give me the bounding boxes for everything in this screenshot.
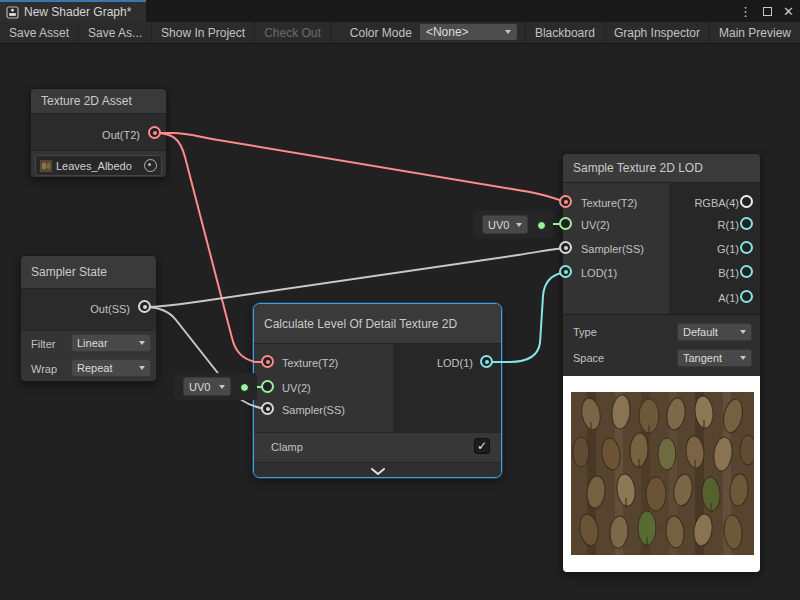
show-in-project-button[interactable]: Show In Project — [152, 22, 255, 43]
port-label-rgba-out: RGBA(4) — [669, 195, 739, 211]
color-mode-dropdown[interactable]: <None> — [420, 24, 517, 40]
type-dropdown[interactable]: Default — [677, 323, 752, 341]
check-out-button: Check Out — [255, 22, 331, 43]
object-picker-icon[interactable] — [144, 159, 157, 172]
collapse-previews-button[interactable] — [254, 462, 501, 478]
color-mode-value: <None> — [426, 25, 469, 39]
type-value: Default — [683, 326, 718, 338]
chevron-down-icon — [740, 356, 746, 360]
uv-channel-dropdown[interactable]: UV0 — [482, 215, 528, 234]
node-texture-2d-asset[interactable]: Texture 2D Asset Out(T2) Leaves_Albedo — [30, 88, 167, 178]
edge-sampler-to-sample[interactable] — [145, 248, 566, 307]
port-calculate-sampler-in[interactable] — [261, 402, 274, 415]
port-label-lod-in: LOD(1) — [581, 265, 617, 281]
node-preview-image — [563, 376, 760, 573]
node-title: Calculate Level Of Detail Texture 2D — [264, 317, 457, 331]
port-label-texture-in: Texture(T2) — [282, 355, 338, 371]
port-sample-a-out[interactable] — [740, 290, 753, 303]
port-label-uv-in: UV(2) — [282, 380, 311, 396]
port-calculate-lod-out[interactable] — [480, 355, 493, 368]
tab-new-shader-graph[interactable]: New Shader Graph* — [0, 0, 146, 22]
port-sample-b-out[interactable] — [740, 265, 753, 278]
port-sample-sampler-in[interactable] — [559, 241, 572, 254]
shader-graph-asset-icon — [6, 6, 19, 19]
port-label-sampler-in: Sampler(SS) — [581, 241, 644, 257]
uv-channel-widget-calculate: UV0 — [174, 373, 257, 400]
edge-texture-to-sample[interactable] — [155, 133, 566, 202]
tab-title: New Shader Graph* — [24, 5, 131, 19]
texture-object-field[interactable]: Leaves_Albedo — [35, 155, 162, 176]
save-as-button[interactable]: Save As... — [79, 22, 152, 43]
chevron-down-icon — [219, 385, 225, 389]
filter-value: Linear — [77, 337, 108, 349]
toolbar: Save Asset Save As... Show In Project Ch… — [0, 22, 800, 44]
window-controls: ⋮ ✕ — [739, 0, 794, 22]
toolbar-right-group: Blackboard Graph Inspector Main Preview — [525, 22, 800, 43]
port-texture-asset-out-t2[interactable] — [148, 126, 161, 139]
chevron-down-icon — [505, 30, 511, 34]
port-label-sampler-in: Sampler(SS) — [282, 402, 345, 418]
node-header[interactable]: Sampler State — [21, 256, 156, 289]
node-header[interactable]: Sample Texture 2D LOD — [563, 154, 760, 183]
window-close-icon[interactable]: ✕ — [783, 4, 794, 19]
save-asset-button[interactable]: Save Asset — [0, 22, 79, 43]
uv-channel-value: UV0 — [189, 381, 210, 393]
wrap-value: Repeat — [77, 362, 112, 374]
node-title: Texture 2D Asset — [41, 94, 132, 108]
edge-texture-to-calculate[interactable] — [155, 133, 267, 362]
chevron-down-icon — [516, 223, 522, 227]
uv-default-value-dot — [537, 221, 546, 230]
wrap-dropdown[interactable]: Repeat — [71, 359, 151, 377]
window-maximize-icon[interactable] — [763, 7, 772, 16]
node-header[interactable]: Texture 2D Asset — [31, 89, 166, 114]
uv-channel-value: UV0 — [488, 219, 509, 231]
toolbar-left-group: Save Asset Save As... Show In Project Ch… — [0, 22, 331, 43]
main-preview-toggle-button[interactable]: Main Preview — [709, 22, 800, 43]
node-sample-texture-2d-lod[interactable]: Sample Texture 2D LOD Texture(T2) UV(2) … — [562, 153, 761, 573]
color-mode-label: Color Mode — [342, 22, 420, 43]
port-label-b-out: B(1) — [669, 265, 739, 281]
port-label-out-t2: Out(T2) — [80, 127, 140, 143]
port-label-g-out: G(1) — [717, 241, 739, 257]
chevron-down-icon — [139, 366, 145, 370]
port-label-texture-in: Texture(T2) — [581, 195, 637, 211]
node-sampler-state[interactable]: Sampler State Out(SS) Filter Linear Wrap… — [20, 255, 157, 382]
uv-default-value-dot — [240, 383, 249, 392]
filter-label: Filter — [31, 336, 55, 352]
graph-inspector-toggle-button[interactable]: Graph Inspector — [604, 22, 709, 43]
type-label: Type — [573, 324, 597, 340]
filter-dropdown[interactable]: Linear — [71, 334, 151, 352]
port-calculate-uv-in[interactable] — [261, 380, 274, 393]
graph-canvas[interactable]: Texture 2D Asset Out(T2) Leaves_Albedo S… — [0, 44, 800, 600]
wrap-label: Wrap — [31, 361, 57, 377]
space-dropdown[interactable]: Tangent — [677, 349, 752, 367]
chevron-down-icon — [371, 468, 385, 475]
shader-graph-window: New Shader Graph* ⋮ ✕ Save Asset Save As… — [0, 0, 800, 600]
clamp-checkbox[interactable]: ✓ — [474, 438, 490, 454]
node-header[interactable]: Calculate Level Of Detail Texture 2D — [254, 304, 501, 344]
port-sample-texture-in[interactable] — [559, 195, 572, 208]
port-sample-rgba-out[interactable] — [740, 195, 753, 208]
chevron-down-icon — [740, 330, 746, 334]
window-menu-icon[interactable]: ⋮ — [739, 4, 752, 19]
port-calculate-texture-in[interactable] — [261, 355, 274, 368]
port-sample-r-out[interactable] — [740, 217, 753, 230]
texture-thumbnail-icon — [40, 160, 52, 172]
uv-channel-dropdown[interactable]: UV0 — [183, 377, 231, 396]
leaves-texture-preview — [571, 392, 754, 555]
tab-bar: New Shader Graph* ⋮ ✕ — [0, 0, 800, 22]
space-value: Tangent — [683, 352, 722, 364]
uv-channel-widget-sample: UV0 — [473, 211, 553, 238]
port-sample-lod-in[interactable] — [559, 265, 572, 278]
texture-field-value: Leaves_Albedo — [56, 160, 132, 172]
node-calculate-lod-texture-2d[interactable]: Calculate Level Of Detail Texture 2D Tex… — [253, 303, 502, 478]
port-sampler-state-out-ss[interactable] — [138, 300, 151, 313]
chevron-down-icon — [139, 341, 145, 345]
clamp-label: Clamp — [271, 439, 303, 455]
port-label-r-out: R(1) — [669, 217, 739, 233]
blackboard-toggle-button[interactable]: Blackboard — [525, 22, 604, 43]
port-sample-uv-in[interactable] — [559, 217, 572, 230]
space-label: Space — [573, 350, 604, 366]
node-title: Sampler State — [31, 265, 107, 279]
port-sample-g-out[interactable] — [740, 241, 753, 254]
